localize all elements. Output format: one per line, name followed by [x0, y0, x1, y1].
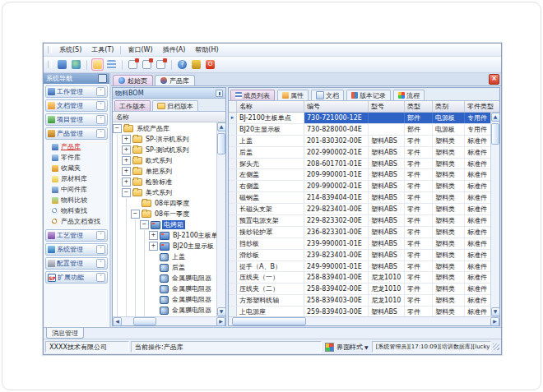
sidebar-header-button[interactable] [98, 74, 107, 83]
table-row[interactable]: 滑纱板239-823401-00E塑料ABS零件塑料类标准件外协条 [229, 250, 490, 261]
grid-vscroll-thumb[interactable] [491, 123, 499, 145]
tree-node-13[interactable]: 上盖 [113, 251, 216, 262]
grid-horizontal-scrollbar[interactable]: ▶ [229, 316, 499, 325]
column-header-3[interactable]: 型号 [369, 101, 405, 112]
grid-vertical-scrollbar[interactable]: ▲ ▼ [490, 113, 499, 316]
table-row[interactable]: 上电源座259-839403-00E塑料ABS零件塑料类标准件外协条 [229, 307, 490, 316]
table-row[interactable]: BJ20主显示板730-828000-04E部件电源板专用件外协颗 [229, 124, 490, 136]
menu-item-5[interactable]: 帮助(H) [190, 44, 223, 55]
chevron-down-icon[interactable]: ˅ [96, 87, 105, 96]
tree-node-17[interactable]: 金属膜电阻器 [113, 294, 216, 305]
table-row[interactable]: 压线夹（一）258-839401-00E尼龙1010零件塑料类标准件外协条 [229, 272, 490, 284]
scroll-down-icon[interactable]: ▼ [491, 307, 500, 316]
tree-node-4[interactable]: +欧式系列 [113, 155, 216, 166]
web-icon[interactable] [71, 59, 81, 70]
collapse-icon[interactable]: − [122, 188, 131, 197]
column-header-6[interactable]: 零件类型 [465, 101, 499, 112]
table-row[interactable]: 提手（A、B）249-990001-01E塑料ABS零件塑料类标准件外协条 [229, 261, 490, 273]
sidebar-item-7[interactable]: 物料查找 [45, 205, 108, 216]
ui-style-dropdown[interactable]: 界面样式 ▼ [323, 343, 370, 352]
table-row[interactable]: 探头壳208-601701-01E塑料ABS零件塑料类标准件外协条 [229, 159, 490, 170]
chevron-up-icon[interactable]: ˄ [96, 129, 105, 138]
close-tab-icon[interactable]: × [489, 74, 499, 85]
tree-vertical-scrollbar[interactable]: ▲ ▼ [216, 122, 225, 316]
expand-icon[interactable]: + [149, 242, 158, 251]
tree-node-10[interactable]: −电烤箱 [113, 219, 216, 230]
library-folder-icon[interactable] [92, 59, 103, 70]
column-header-1[interactable]: 名称 [237, 101, 304, 112]
chevron-down-icon[interactable]: ˅ [96, 115, 105, 124]
tree-node-8[interactable]: 08年四季度 [113, 198, 216, 209]
sidebar-group-6[interactable]: 系统管理˅ [45, 243, 108, 256]
panel-tab-5[interactable]: 流程 [393, 90, 425, 100]
chevron-down-icon[interactable]: ˅ [96, 245, 105, 254]
window-layout-icon[interactable] [106, 59, 117, 70]
lock-icon[interactable] [191, 59, 202, 70]
chevron-down-icon[interactable]: ˅ [96, 259, 105, 268]
menu-item-4[interactable]: 插件(A) [158, 44, 191, 55]
sidebar-group-8[interactable]: SP扩展功能˅ [45, 271, 108, 284]
sidebar-group-2[interactable]: 文档管理˅ [45, 99, 108, 112]
table-row[interactable]: 上盖201-830302-00E塑料ABS零件塑料类标准件外协条 [229, 136, 490, 147]
panel-tab-4[interactable]: 版本记录 [346, 90, 391, 100]
version-tab-1[interactable]: 工作版本 [114, 100, 151, 111]
sidebar-item-1[interactable]: 产品库 [45, 141, 108, 152]
doc-tab-home[interactable]: 起始页 [113, 75, 153, 85]
table-row[interactable]: 预置电源支架229-823302-00E塑料ABS零件塑料类标准件外协条 [229, 215, 490, 227]
table-row[interactable]: 磁钢盖214-839404-01E塑料ABS零件塑料类标准件外协条 [229, 192, 490, 204]
tree-vscroll-thumb[interactable] [217, 133, 225, 154]
tree-node-18[interactable]: 金属膜电阻器 [113, 305, 216, 316]
column-header-2[interactable]: 编号 [304, 101, 369, 112]
tree-node-1[interactable]: −系统产品库 [113, 123, 216, 134]
tree-node-14[interactable]: 后盖 [113, 262, 216, 273]
scroll-left-icon[interactable]: ◀ [113, 317, 122, 326]
report-export-icon[interactable] [128, 59, 138, 70]
column-header-5[interactable]: 类别 [433, 101, 465, 112]
report-print-icon[interactable] [142, 59, 152, 70]
chevron-down-icon[interactable]: ˅ [96, 273, 105, 282]
table-row[interactable]: 后盖202-990002-01E塑料ABS零件塑料类标准件外协条 [229, 147, 490, 159]
menu-item-3[interactable]: 窗口(W) [123, 44, 157, 55]
expand-icon[interactable]: + [122, 145, 131, 154]
table-row[interactable]: 长磁头支架229-823401-00E塑料ABS零件塑料类标准件外协条 [229, 204, 490, 215]
panel-tab-1[interactable]: 成员列表 [230, 90, 275, 100]
tree-column-header[interactable]: 名称 [113, 112, 225, 122]
collapse-icon[interactable]: − [113, 124, 122, 133]
expand-icon[interactable]: + [122, 135, 131, 144]
menu-item-2[interactable]: 工具(T) [86, 44, 118, 55]
chevron-down-icon[interactable]: ˅ [96, 101, 105, 110]
collapse-icon[interactable]: − [131, 210, 140, 219]
scroll-right-icon[interactable]: ▶ [216, 317, 225, 326]
table-row[interactable]: 接纱轮护罩236-823301-00E塑料ABS零件塑料类标准件外协条 [229, 227, 490, 238]
tree-node-11[interactable]: +BJ-2100主板单点 [113, 230, 216, 241]
expand-icon[interactable]: + [122, 167, 131, 176]
tree-node-7[interactable]: −美式系列 [113, 187, 216, 198]
resize-grip[interactable] [493, 344, 499, 350]
tree-hscroll-thumb[interactable] [133, 317, 156, 325]
collapse-icon[interactable]: − [140, 220, 149, 229]
menu-item-1[interactable]: 系统(S) [54, 44, 86, 55]
sidebar-item-6[interactable]: 物料比较 [45, 195, 108, 205]
panel-tab-3[interactable]: 文档 [311, 90, 344, 100]
scroll-right-icon[interactable]: ▶ [490, 317, 499, 326]
tree-node-15[interactable]: 金属膜电阻器 [113, 273, 216, 284]
sidebar-item-3[interactable]: 收藏夹 [45, 163, 108, 173]
tree-node-6[interactable]: +检验标准 [113, 177, 216, 187]
sidebar-item-8[interactable]: 产品文档查找 [45, 216, 108, 227]
version-tab-2[interactable]: 归档版本 [152, 100, 198, 111]
sidebar-group-5[interactable]: 工艺管理˅ [45, 229, 108, 242]
sidebar-group-7[interactable]: 配置管理˅ [45, 257, 108, 270]
exit-icon[interactable]: O [205, 59, 216, 70]
scroll-down-icon[interactable]: ▼ [217, 307, 226, 316]
tree-node-2[interactable]: +SP-演示机系列 [113, 134, 216, 145]
pin-icon[interactable] [216, 90, 223, 97]
tree-node-9[interactable]: −08年一季度 [113, 209, 216, 219]
desktop-icon[interactable] [57, 59, 67, 70]
sidebar-item-4[interactable]: 原材料库 [45, 173, 108, 184]
column-header-4[interactable]: 类型 [405, 101, 433, 112]
expand-icon[interactable]: + [122, 178, 131, 187]
grid-hscroll-thumb[interactable] [232, 317, 306, 325]
message-manage-tab[interactable]: 消息管理 [46, 328, 84, 339]
table-row[interactable]: 压线夹（二）258-839402-00E尼龙1010零件塑料类标准件外协条 [229, 284, 490, 295]
sidebar-item-5[interactable]: 中间件库 [45, 184, 108, 195]
